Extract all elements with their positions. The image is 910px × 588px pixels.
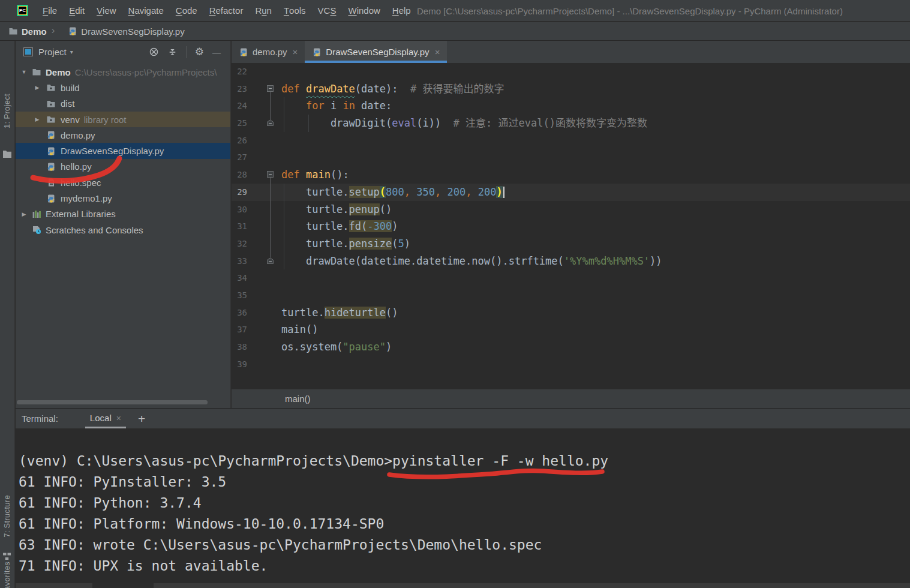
tree-item-external-libraries[interactable]: ▶External Libraries xyxy=(16,206,230,222)
line-number[interactable]: 24 xyxy=(232,97,247,115)
editor-area: demo.py×DrawSevenSegDisplay.py× 2223def … xyxy=(232,41,910,408)
line-number[interactable]: 38 xyxy=(232,338,247,356)
locate-file-icon[interactable] xyxy=(149,47,159,57)
line-number[interactable]: 26 xyxy=(232,132,247,149)
menu-code[interactable]: Code xyxy=(170,0,203,22)
fold-region-end-icon[interactable] xyxy=(267,119,274,126)
line-number[interactable]: 30 xyxy=(232,201,247,218)
collapse-all-icon[interactable] xyxy=(167,47,178,57)
editor-tab-drawsevensegdisplay-py[interactable]: DrawSevenSegDisplay.py× xyxy=(305,41,447,63)
fold-region-start-icon[interactable] xyxy=(267,85,274,92)
text-caret xyxy=(503,187,504,198)
chevron-down-icon[interactable]: ▾ xyxy=(70,49,73,55)
code-line-24: 24 for i in date: xyxy=(232,97,910,115)
chevron-collapsed-icon[interactable]: ▶ xyxy=(20,211,28,217)
toolbar-divider xyxy=(186,46,187,58)
tree-item-demo-py[interactable]: demo.py xyxy=(16,127,230,143)
breadcrumb-file[interactable]: DrawSevenSegDisplay.py xyxy=(81,26,184,37)
terminal-header: Terminal: Local × + xyxy=(16,409,910,428)
folder-ex-icon xyxy=(46,115,56,124)
terminal-output[interactable]: (venv) C:\Users\asus-pc\PycharmProjects\… xyxy=(16,428,910,582)
gear-icon[interactable]: ⚙ xyxy=(195,46,204,58)
line-number[interactable]: 27 xyxy=(232,149,247,166)
line-number[interactable]: 29 xyxy=(232,184,247,201)
py-icon xyxy=(46,194,56,203)
tool-window-project-button[interactable]: 1: Project xyxy=(2,94,11,128)
chevron-collapsed-icon[interactable]: ▶ xyxy=(34,116,41,122)
code-text: turtle.pensize(5) xyxy=(281,235,410,253)
tree-item-dist[interactable]: dist xyxy=(16,96,230,112)
close-icon[interactable]: × xyxy=(293,47,298,57)
menu-window[interactable]: Window xyxy=(342,0,386,22)
code-editor[interactable]: 2223def drawDate(date): # 获得要输出的数字24 for… xyxy=(232,63,910,389)
project-panel-title[interactable]: Project xyxy=(38,47,67,57)
menu-edit[interactable]: Edit xyxy=(63,0,91,22)
tool-window-favorites-button[interactable]: 2: Favorites xyxy=(2,562,11,588)
project-horizontal-scrollbar[interactable] xyxy=(17,400,208,404)
code-line-31: 31 turtle.fd(-300) xyxy=(232,218,910,235)
code-line-29: 29 turtle.setup(800, 350, 200, 200) xyxy=(232,184,910,201)
menu-vcs[interactable]: VCS xyxy=(312,0,343,22)
terminal-tab-local[interactable]: Local × xyxy=(85,409,126,428)
scratch-icon xyxy=(32,225,41,235)
code-line-27: 27 xyxy=(232,149,910,166)
tree-item-hello-spec[interactable]: hello.spec xyxy=(16,175,230,190)
chevron-collapsed-icon[interactable]: ▶ xyxy=(34,85,41,91)
tree-item-scratches-and-consoles[interactable]: Scratches and Consoles xyxy=(16,222,230,238)
tree-item-label: DemoC:\Users\asus-pc\PycharmProjects\ xyxy=(46,67,217,77)
line-number[interactable]: 37 xyxy=(232,321,247,338)
window-title: Demo [C:\Users\asus-pc\PycharmProjects\D… xyxy=(417,0,843,22)
code-line-36: 36turtle.hideturtle() xyxy=(232,304,910,322)
line-number[interactable]: 35 xyxy=(232,287,247,304)
hide-panel-icon[interactable]: — xyxy=(212,47,221,57)
tool-window-structure-button[interactable]: 7: Structure xyxy=(2,495,11,538)
pycharm-logo-icon: PC xyxy=(17,5,28,16)
terminal-horizontal-scrollbar[interactable] xyxy=(16,583,910,588)
tree-item-venv[interactable]: ▶venvlibrary root xyxy=(16,112,230,127)
line-number[interactable]: 34 xyxy=(232,269,247,287)
chevron-expanded-icon[interactable]: ▼ xyxy=(20,69,28,75)
line-number[interactable]: 33 xyxy=(232,253,247,270)
line-number[interactable]: 28 xyxy=(232,166,247,184)
fold-region-end-icon[interactable] xyxy=(267,257,274,264)
code-line-28: 28def main(): xyxy=(232,166,910,184)
tree-item-drawsevensegdisplay-py[interactable]: DrawSevenSegDisplay.py xyxy=(16,143,230,158)
menu-run[interactable]: Run xyxy=(249,0,278,22)
line-number[interactable]: 39 xyxy=(232,356,247,373)
tree-item-demo[interactable]: ▼DemoC:\Users\asus-pc\PycharmProjects\ xyxy=(16,64,230,80)
breadcrumb-project[interactable]: Demo xyxy=(22,26,47,37)
close-icon[interactable]: × xyxy=(435,47,440,57)
fold-region-start-icon[interactable] xyxy=(267,171,274,178)
line-number[interactable]: 22 xyxy=(232,63,247,80)
code-text: turtle.hideturtle() xyxy=(281,304,398,322)
line-number[interactable]: 32 xyxy=(232,235,247,253)
menu-refactor[interactable]: Refactor xyxy=(203,0,250,22)
code-line-37: 37main() xyxy=(232,321,910,338)
tab-label: DrawSevenSegDisplay.py xyxy=(326,47,429,57)
line-number[interactable]: 23 xyxy=(232,80,247,98)
navigation-breadcrumb: Demo › DrawSevenSegDisplay.py xyxy=(0,22,910,41)
code-line-23: 23def drawDate(date): # 获得要输出的数字 xyxy=(232,80,910,98)
line-number[interactable]: 25 xyxy=(232,115,247,132)
menu-navigate[interactable]: Navigate xyxy=(122,0,170,22)
project-panel-header: Project ▾ ⚙ — xyxy=(16,41,230,63)
libs-icon xyxy=(32,209,41,219)
editor-tab-bar: demo.py×DrawSevenSegDisplay.py× xyxy=(232,41,910,63)
line-number[interactable]: 31 xyxy=(232,218,247,235)
project-tool-icon[interactable] xyxy=(2,150,12,161)
breadcrumb-main[interactable]: main() xyxy=(285,394,311,404)
tree-item-mydemo1-py[interactable]: mydemo1.py xyxy=(16,190,230,206)
tree-item-hello-py[interactable]: hello.py xyxy=(16,159,230,175)
editor-tab-demo-py[interactable]: demo.py× xyxy=(232,41,305,63)
menu-tools[interactable]: Tools xyxy=(278,0,312,22)
menu-view[interactable]: View xyxy=(91,0,122,22)
new-terminal-session-button[interactable]: + xyxy=(138,412,145,425)
menu-file[interactable]: File xyxy=(37,0,63,22)
terminal-line: 61 INFO: Platform: Windows-10-10.0.17134… xyxy=(19,514,910,535)
line-number[interactable]: 36 xyxy=(232,304,247,322)
tree-item-build[interactable]: ▶build xyxy=(16,80,230,95)
close-icon[interactable]: × xyxy=(116,413,121,423)
folder-icon xyxy=(32,67,41,77)
code-text: os.system("pause") xyxy=(281,338,392,356)
menu-help[interactable]: Help xyxy=(386,0,417,22)
